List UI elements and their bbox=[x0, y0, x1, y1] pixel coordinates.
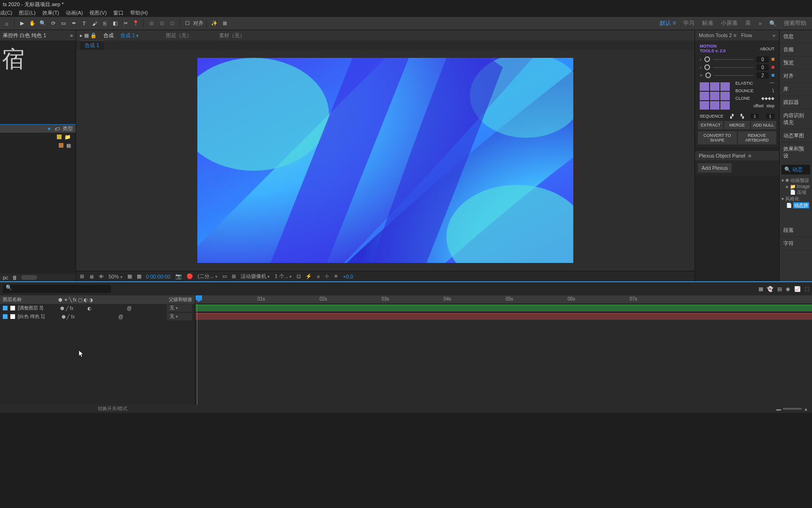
sequence-v2[interactable]: 1 bbox=[766, 114, 774, 119]
home-icon[interactable]: ⌂ bbox=[2, 19, 11, 28]
zoom-out-icon[interactable]: ▬ bbox=[776, 406, 781, 412]
track-bar-1[interactable] bbox=[195, 304, 812, 312]
layer-row-2[interactable]: [白色 纯色 1] ⬢ ╱ fx @ 无 bbox=[0, 312, 195, 321]
layer-switches-2[interactable]: ⬢ ╱ fx bbox=[62, 314, 75, 319]
sequence-stairs-up-icon[interactable]: ▞ bbox=[730, 114, 734, 119]
tab-preview[interactable]: 预览 bbox=[780, 56, 812, 70]
menu-view[interactable]: 视图(V) bbox=[89, 9, 107, 16]
add-null-button[interactable]: ADD NULL bbox=[751, 121, 776, 129]
footage-tab[interactable]: 素材（无） bbox=[219, 32, 245, 39]
zoom-tool-icon[interactable]: 🔍 bbox=[38, 19, 47, 28]
menu-effect[interactable]: 效果(T) bbox=[42, 9, 59, 16]
pixel-aspect-icon[interactable]: ⊡ bbox=[297, 273, 301, 279]
elastic-curve-icon[interactable]: 〰 bbox=[770, 81, 774, 86]
tl-frame-blend-icon[interactable]: ▤ bbox=[777, 286, 782, 292]
zoom-slider[interactable] bbox=[783, 408, 802, 410]
tl-draft3d-icon[interactable]: ⬚ bbox=[804, 286, 809, 292]
display-icon[interactable]: 🖥 bbox=[89, 274, 94, 279]
bounce-curve-icon[interactable]: ⤵ bbox=[772, 88, 774, 93]
rect-tool-icon[interactable]: ▭ bbox=[59, 19, 68, 28]
slider-y[interactable]: ›0 bbox=[697, 64, 777, 71]
menu-animation[interactable]: 动画(A) bbox=[66, 9, 83, 16]
workspace-overflow-icon[interactable]: » bbox=[758, 20, 762, 27]
pickwhip-icon[interactable]: @ bbox=[127, 306, 132, 311]
convert-shape-button[interactable]: CONVERT TO SHAPE bbox=[698, 131, 737, 144]
toggle-switches-modes[interactable]: 切换开关/模式 bbox=[98, 405, 127, 412]
project-item-solids[interactable]: 📁 bbox=[0, 133, 76, 141]
column-label-icon[interactable]: 🏷 bbox=[55, 126, 60, 132]
tab-motion-tools[interactable]: Motion Tools 2 ≡ bbox=[699, 32, 736, 38]
roto-tool-icon[interactable]: ✂ bbox=[121, 19, 130, 28]
exposure-value[interactable]: +0.0 bbox=[343, 274, 353, 279]
bpc-toggle[interactable]: pc bbox=[3, 275, 8, 280]
tl-comp-mini-icon[interactable]: ▦ bbox=[758, 286, 763, 292]
tab-character[interactable]: 字符 bbox=[780, 237, 812, 250]
zoom-dropdown[interactable]: 50% bbox=[109, 274, 123, 279]
workspace-library[interactable]: 库 bbox=[745, 19, 751, 27]
layer-color-swatch[interactable] bbox=[10, 314, 15, 319]
tab-motion-sketch[interactable]: 动态草图 bbox=[780, 129, 812, 143]
zoom-in-icon[interactable]: ▲ bbox=[804, 406, 808, 412]
workspace-learn[interactable]: 学习 bbox=[683, 19, 695, 27]
magnify-icon[interactable]: ⊞ bbox=[80, 273, 84, 279]
hand-tool-icon[interactable]: ✋ bbox=[28, 19, 37, 28]
slider-x[interactable]: ‹0 bbox=[697, 56, 777, 64]
anchor-point-grid[interactable] bbox=[697, 79, 733, 112]
tab-library[interactable]: 库 bbox=[780, 83, 812, 96]
clone-dots-icon[interactable]: ◆◆◆◆ bbox=[761, 96, 774, 101]
tl-shy-icon[interactable]: 👻 bbox=[767, 286, 773, 292]
tab-info[interactable]: 信息 bbox=[780, 30, 812, 43]
tab-flow[interactable]: Flow bbox=[741, 32, 752, 38]
adjustment-layer-icon[interactable]: ◐ bbox=[87, 306, 92, 311]
current-time[interactable]: 0:00:00:00 bbox=[146, 274, 171, 279]
tab-tracker[interactable]: 跟踪器 bbox=[780, 96, 812, 109]
clone-tool-icon[interactable]: ⎘ bbox=[100, 19, 109, 28]
camera-dropdown[interactable]: 活动摄像机 bbox=[241, 273, 270, 280]
tab-content-aware[interactable]: 内容识别填充 bbox=[780, 109, 812, 129]
about-button[interactable]: ABOUT bbox=[760, 47, 774, 51]
snapshot-icon[interactable]: 📷 bbox=[175, 273, 182, 279]
menu-window[interactable]: 窗口 bbox=[113, 9, 124, 16]
transparency-grid-icon[interactable]: ▩ bbox=[137, 273, 141, 279]
add-plexus-button[interactable]: Add Plexus bbox=[698, 163, 732, 173]
effects-search-input[interactable]: 🔍 动态 bbox=[781, 165, 810, 175]
wand-icon[interactable]: ✨ bbox=[210, 19, 219, 28]
grid-guides-icon[interactable]: ⊞ bbox=[232, 273, 236, 279]
tab-effects-presets[interactable]: 效果和预设 bbox=[780, 143, 812, 163]
channel-icon[interactable]: 🔴 bbox=[187, 273, 193, 279]
track-bar-2[interactable] bbox=[195, 312, 812, 321]
timeline-track-area[interactable]: 0s 01s 02s 03s 04s 05s 06s 07s bbox=[195, 295, 812, 405]
workspace-small[interactable]: 小屏幕 bbox=[721, 19, 738, 27]
panel-overflow-icon[interactable]: » bbox=[70, 32, 73, 38]
comp-panel-menu-icon[interactable]: ▸ ▦ 🔒 bbox=[80, 32, 97, 39]
workspace-standard[interactable]: 标准 bbox=[702, 19, 713, 27]
search-toggle[interactable] bbox=[21, 275, 37, 280]
sequence-stairs-down-icon[interactable]: ▚ bbox=[741, 114, 744, 119]
text-tool-icon[interactable]: T bbox=[79, 19, 89, 28]
layer-color-swatch[interactable] bbox=[10, 306, 15, 310]
slider-z[interactable]: ×2 bbox=[697, 71, 777, 79]
layer-switches-1[interactable]: ⬢ ╱ fx bbox=[60, 306, 73, 311]
menu-layer[interactable]: 图层(L) bbox=[19, 9, 35, 16]
composition-viewport[interactable] bbox=[197, 58, 573, 263]
orbit-tool-icon[interactable]: ⟳ bbox=[48, 19, 58, 28]
tree-group-presets[interactable]: ▾ ✱ 动画预设 bbox=[781, 177, 810, 184]
selection-tool-icon[interactable]: ▶ bbox=[17, 19, 27, 28]
pen-tool-icon[interactable]: ✒ bbox=[69, 19, 78, 28]
views-dropdown[interactable]: 1 个... bbox=[274, 273, 292, 280]
time-ruler[interactable]: 0s 01s 02s 03s 04s 05s 06s 07s bbox=[195, 295, 812, 304]
column-type-header[interactable]: 类型 bbox=[62, 125, 73, 132]
grid-icon[interactable]: ⊞ bbox=[220, 19, 229, 28]
tree-item-tile[interactable]: 📄 动态拼 bbox=[781, 202, 810, 209]
tree-item-image[interactable]: ▸ 📁 Image bbox=[781, 184, 810, 189]
tree-item-compress[interactable]: 📄 压缩 bbox=[781, 189, 810, 196]
tabs-overflow-icon[interactable]: » bbox=[773, 32, 775, 38]
workspace-default[interactable]: 默认 ≡ bbox=[660, 19, 676, 27]
brush-tool-icon[interactable]: 🖌 bbox=[90, 19, 99, 28]
extract-button[interactable]: EXTRACT bbox=[698, 121, 723, 129]
layer-row-1[interactable]: [调整图层 3] ⬢ ╱ fx ◐ @ 无 bbox=[0, 304, 195, 312]
roi-icon[interactable]: ▭ bbox=[222, 273, 227, 279]
puppet-tool-icon[interactable]: 📍 bbox=[131, 19, 141, 28]
tab-align[interactable]: 对齐 bbox=[780, 70, 812, 83]
pickwhip-icon[interactable]: @ bbox=[118, 314, 123, 319]
